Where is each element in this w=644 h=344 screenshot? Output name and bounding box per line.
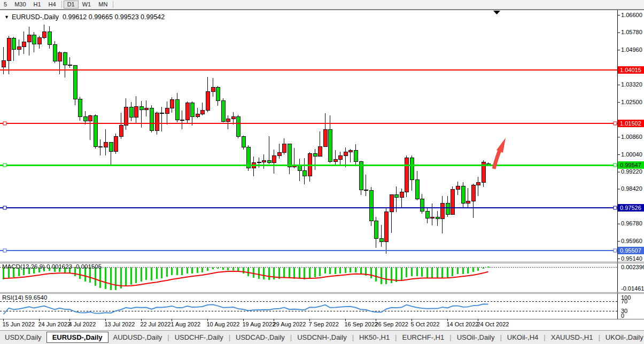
chart-ohlc-values: 0.99612 0.99665 0.99523 0.99542: [63, 13, 165, 21]
candle-body: [257, 162, 261, 163]
macd-histogram-bar: [395, 268, 397, 282]
macd-histogram-bar: [329, 268, 331, 274]
candle-body: [58, 52, 61, 61]
line-handle[interactable]: [614, 206, 617, 209]
macd-histogram-bar: [171, 268, 173, 276]
trend-arrow-head[interactable]: [496, 138, 506, 153]
macd-histogram-bar: [462, 268, 464, 274]
candle-body: [12, 38, 15, 50]
candle-body: [7, 38, 11, 61]
date-axis-label: 4 Jul 2022: [69, 321, 96, 327]
macd-histogram-bar: [258, 268, 260, 279]
macd-histogram-bar: [467, 268, 469, 274]
candle-body: [298, 166, 301, 171]
price-axis-label: 1.00860: [621, 134, 642, 140]
candle-body: [236, 117, 240, 137]
candle-body: [2, 61, 5, 67]
candle-body: [344, 152, 347, 155]
macd-histogram-bar: [370, 268, 372, 279]
macd-histogram-bar: [457, 268, 459, 275]
candle-body: [272, 155, 276, 163]
candle-body: [384, 212, 388, 242]
candle-body: [466, 201, 470, 204]
candle-body: [400, 192, 404, 198]
macd-histogram-bar: [421, 268, 423, 277]
macd-histogram-bar: [166, 268, 168, 277]
line-handle[interactable]: [614, 122, 617, 125]
candle-body: [446, 203, 449, 214]
rsi-axis-label: 0: [621, 312, 624, 319]
chart-menu-triangle-icon[interactable]: ▼: [4, 14, 9, 20]
macd-histogram-bar: [156, 268, 158, 279]
line-handle[interactable]: [3, 122, 6, 125]
line-handle[interactable]: [3, 163, 6, 167]
candle-body: [333, 160, 337, 162]
candle-body: [476, 183, 480, 185]
candle-body: [78, 99, 82, 116]
macd-histogram-bar: [431, 268, 433, 278]
candle-body: [267, 161, 271, 163]
chart-shift-marker[interactable]: [493, 11, 500, 14]
line-handle[interactable]: [614, 249, 617, 252]
candle-body: [196, 114, 199, 117]
candle-body: [323, 130, 327, 146]
candle-body: [226, 119, 230, 122]
macd-histogram-bar: [130, 268, 132, 285]
candle-body: [374, 221, 378, 239]
candle-body: [221, 100, 225, 121]
macd-histogram-bar: [350, 268, 351, 272]
macd-histogram-bar: [283, 268, 285, 278]
macd-histogram-bar: [452, 268, 453, 276]
chart-canvas: [0, 0, 644, 344]
macd-histogram-bar: [416, 268, 418, 276]
line-handle[interactable]: [3, 206, 6, 209]
macd-histogram-bar: [268, 268, 270, 280]
candle-body: [170, 100, 174, 108]
macd-histogram-bar: [176, 268, 178, 276]
rsi-indicator-label: RSI(14) 59.6540: [2, 294, 47, 301]
macd-histogram-bar: [161, 268, 162, 278]
macd-histogram-bar: [385, 268, 387, 285]
macd-histogram-bar: [437, 268, 438, 279]
candle-body: [104, 143, 107, 147]
macd-histogram-bar: [181, 268, 183, 275]
candle-body: [364, 190, 368, 190]
candle-body: [369, 190, 373, 221]
macd-histogram-bar: [401, 268, 402, 281]
price-badge-1-01502: 1.01502: [618, 120, 644, 127]
candle-body: [282, 144, 286, 153]
price-axis-label: 0.98420: [621, 185, 642, 192]
candle-body: [109, 143, 113, 152]
macd-histogram-bar: [201, 268, 203, 273]
candle-body: [139, 106, 143, 110]
candle-body: [63, 52, 67, 65]
macd-histogram-bar: [110, 268, 112, 291]
date-axis-label: 24 Jun 2022: [38, 321, 71, 327]
candle-body: [185, 103, 189, 120]
candle-body: [379, 239, 383, 242]
date-axis-label: 10 Aug 2022: [207, 321, 240, 327]
candle-body: [32, 35, 36, 44]
macd-histogram-bar: [293, 268, 295, 279]
date-axis-label: 16 Sep 2022: [345, 321, 378, 327]
macd-histogram-bar: [304, 268, 305, 280]
price-axis-label: 1.02500: [621, 99, 642, 105]
candle-body: [160, 113, 164, 113]
line-handle[interactable]: [3, 249, 6, 252]
candle-body: [165, 108, 169, 114]
macd-axis-min: -0.014618: [621, 285, 644, 292]
chart-symbol-label: EURUSD-,Daily: [12, 13, 59, 21]
candle-body: [348, 150, 352, 152]
candle-body: [231, 117, 235, 119]
candle-body: [415, 179, 419, 199]
date-axis-label: 15 Jun 2022: [3, 321, 35, 327]
macd-histogram-bar: [207, 268, 208, 271]
candle-body: [456, 186, 460, 189]
macd-histogram-bar: [309, 268, 311, 278]
line-handle[interactable]: [614, 163, 617, 167]
macd-histogram-bar: [95, 268, 96, 286]
macd-histogram-bar: [253, 268, 254, 278]
macd-histogram-bar: [99, 268, 101, 288]
macd-histogram-bar: [483, 268, 484, 269]
macd-histogram-bar: [375, 268, 377, 282]
